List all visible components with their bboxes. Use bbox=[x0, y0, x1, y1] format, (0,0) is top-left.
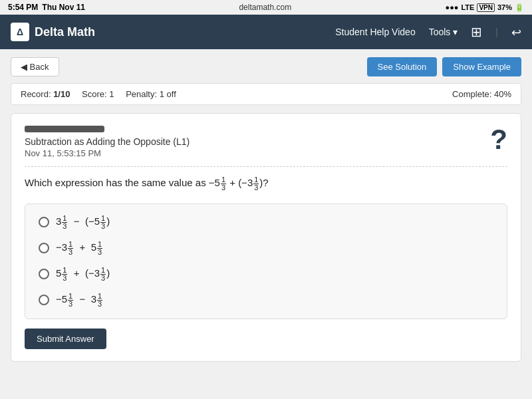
student-name-redacted bbox=[25, 126, 104, 132]
choice-4: −513 − 313 bbox=[39, 293, 493, 308]
choice-3: 513 + (−313) bbox=[39, 267, 493, 282]
signal-icon: ●●● bbox=[446, 3, 459, 11]
record-label: Record: bbox=[21, 89, 53, 99]
question-date: Nov 11, 5:53:15 PM bbox=[25, 148, 190, 158]
stats-right: Complete: 40% bbox=[452, 89, 511, 99]
vpn-icon: VPN bbox=[477, 3, 495, 12]
logout-icon: ↩ bbox=[511, 26, 521, 39]
see-solution-button[interactable]: See Solution bbox=[367, 57, 438, 76]
date-display: Thu Nov 11 bbox=[42, 3, 85, 12]
battery-level: 37% bbox=[497, 3, 512, 11]
question-header: Subtraction as Adding the Opposite (L1) … bbox=[25, 126, 507, 158]
record-value: 1/10 bbox=[53, 89, 70, 99]
chevron-down-icon: ▾ bbox=[453, 27, 458, 37]
divider bbox=[25, 166, 507, 167]
navbar-links: Student Help Video Tools ▾ ⊞ | ↩ bbox=[335, 24, 521, 40]
calculator-button[interactable]: ⊞ bbox=[471, 24, 482, 40]
choice-2-label: −313 + 513 bbox=[56, 241, 103, 256]
tools-button[interactable]: Tools ▾ bbox=[429, 27, 458, 37]
score-value: 1 bbox=[109, 89, 114, 99]
action-right: See Solution Show Example bbox=[367, 57, 521, 76]
brand-icon: Δ bbox=[11, 23, 29, 41]
complete-value: 40% bbox=[494, 89, 511, 99]
logout-button[interactable]: ↩ bbox=[511, 25, 521, 40]
penalty-label: Penalty: bbox=[126, 89, 160, 99]
content-area: ◀ Back See Solution Show Example Record:… bbox=[0, 49, 532, 370]
radio-3[interactable] bbox=[39, 269, 49, 279]
radio-1[interactable] bbox=[39, 217, 49, 227]
brand: Δ Delta Math bbox=[11, 23, 335, 41]
choice-2: −313 + 513 bbox=[39, 241, 493, 256]
answer-choices-container: 313 − (−513) −313 + 513 513 + bbox=[25, 203, 507, 319]
radio-2[interactable] bbox=[39, 243, 49, 253]
question-card: Subtraction as Adding the Opposite (L1) … bbox=[11, 113, 521, 362]
complete-label: Complete: bbox=[452, 89, 494, 99]
choice-3-label: 513 + (−313) bbox=[56, 267, 110, 282]
submit-button[interactable]: Submit Answer bbox=[25, 329, 106, 349]
lte-label: LTE bbox=[461, 3, 474, 11]
time-display: 5:54 PM bbox=[8, 3, 38, 12]
radio-4[interactable] bbox=[39, 295, 49, 305]
penalty-value: 1 off bbox=[160, 89, 176, 99]
help-icon[interactable]: ? bbox=[490, 126, 507, 154]
action-bar: ◀ Back See Solution Show Example bbox=[11, 57, 521, 76]
choice-1: 313 − (−513) bbox=[39, 215, 493, 230]
stats-left: Record: 1/10 Score: 1 Penalty: 1 off bbox=[21, 89, 176, 99]
stats-bar: Record: 1/10 Score: 1 Penalty: 1 off Com… bbox=[11, 83, 521, 105]
score-label: Score: bbox=[82, 89, 109, 99]
question-text: Which expression has the same value as −… bbox=[25, 175, 507, 192]
help-video-link[interactable]: Student Help Video bbox=[335, 27, 415, 37]
question-title: Subtraction as Adding the Opposite (L1) bbox=[25, 136, 190, 147]
battery-icon: 🔋 bbox=[515, 3, 524, 12]
brand-name: Delta Math bbox=[35, 25, 95, 39]
choice-4-label: −513 − 313 bbox=[56, 293, 103, 308]
show-example-button[interactable]: Show Example bbox=[442, 57, 521, 76]
navbar: Δ Delta Math Student Help Video Tools ▾ … bbox=[0, 15, 532, 49]
back-button[interactable]: ◀ Back bbox=[11, 57, 59, 76]
question-meta: Subtraction as Adding the Opposite (L1) … bbox=[25, 126, 190, 158]
divider-icon: | bbox=[495, 27, 498, 37]
choice-1-label: 313 − (−513) bbox=[56, 215, 110, 230]
status-bar: 5:54 PM Thu Nov 11 deltamath.com ●●● LTE… bbox=[0, 0, 532, 15]
url-display: deltamath.com bbox=[239, 3, 291, 12]
